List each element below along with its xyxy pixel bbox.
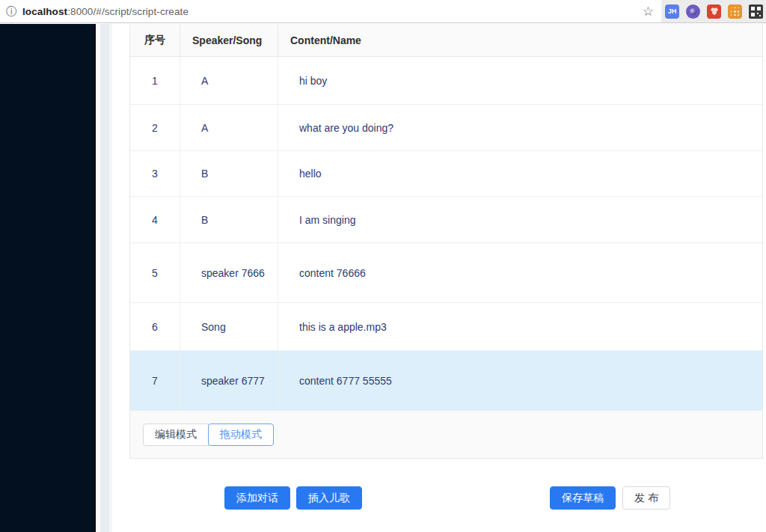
cell-speaker: speaker 7666 [180, 243, 278, 302]
jh-extension-icon[interactable]: JH [665, 4, 679, 19]
cell-index: 4 [130, 197, 180, 242]
cell-index: 1 [130, 57, 180, 104]
cell-content: content 76666 [278, 243, 762, 302]
page-info-icon[interactable]: ⓘ [6, 6, 16, 16]
table-row[interactable]: 7 speaker 6777 content 6777 55555 [130, 351, 762, 411]
cell-speaker: Song [180, 303, 278, 350]
screen: ⓘ localhost:8000/#/script/script-create … [0, 0, 766, 532]
edit-mode-button[interactable]: 编辑模式 [143, 424, 209, 446]
add-dialog-button[interactable]: 添加对话 [224, 486, 290, 510]
column-header-speaker: Speaker/Song [180, 24, 278, 56]
orange-dots-extension-icon[interactable] [728, 4, 742, 19]
cell-content: hi boy [278, 57, 762, 104]
cell-content: I am singing [278, 197, 762, 242]
red-extension-icon[interactable] [707, 4, 721, 19]
cell-speaker: B [180, 151, 278, 196]
cell-index: 2 [130, 105, 180, 150]
table-row[interactable]: 4 B I am singing [130, 197, 762, 243]
browser-address-bar: ⓘ localhost:8000/#/script/script-create … [0, 0, 766, 23]
table-row[interactable]: 2 A what are you doing? [130, 105, 762, 151]
qr-code-extension-icon[interactable] [749, 4, 763, 19]
table-footer: 编辑模式 拖动模式 [130, 411, 762, 458]
bookmark-star-icon[interactable]: ☆ [643, 4, 654, 19]
table-row[interactable]: 3 B hello [130, 151, 762, 197]
url-text[interactable]: localhost:8000/#/script/script-create [22, 6, 637, 17]
cell-index: 6 [130, 303, 180, 350]
url-host: localhost [22, 6, 67, 17]
insert-song-button[interactable]: 插入儿歌 [296, 486, 362, 510]
cell-index: 7 [130, 351, 180, 410]
drag-mode-button[interactable]: 拖动模式 [208, 424, 274, 446]
save-draft-button[interactable]: 保存草稿 [550, 486, 616, 510]
column-header-index: 序号 [130, 24, 180, 56]
publish-button[interactable]: 发 布 [622, 486, 670, 510]
sidebar-collapsed [0, 24, 96, 532]
cell-content: content 6777 55555 [278, 351, 762, 410]
cell-speaker: A [180, 105, 278, 150]
table-body: 1 A hi boy 2 A what are you doing? 3 B h… [130, 57, 762, 411]
url-field[interactable]: ⓘ localhost:8000/#/script/script-create … [0, 0, 661, 22]
column-header-content: Content/Name [278, 24, 762, 56]
table-row[interactable]: 6 Song this is a apple.mp3 [130, 303, 762, 351]
cell-speaker: A [180, 57, 278, 104]
cell-content: this is a apple.mp3 [278, 303, 762, 350]
right-action-group: 保存草稿 发 布 [550, 486, 670, 510]
table-row[interactable]: 5 speaker 7666 content 76666 [130, 243, 762, 303]
sidebar-scrollbar[interactable] [97, 24, 112, 532]
left-action-group: 添加对话 插入儿歌 [224, 486, 362, 510]
url-path: :8000/#/script/script-create [67, 6, 189, 17]
cell-speaker: speaker 6777 [180, 351, 278, 410]
cell-index: 5 [130, 243, 180, 302]
table-header-row: 序号 Speaker/Song Content/Name [130, 24, 762, 57]
script-table: 序号 Speaker/Song Content/Name 1 A hi boy … [129, 24, 763, 459]
cell-content: what are you doing? [278, 105, 762, 150]
extension-toolbar: JH [661, 0, 766, 22]
table-row[interactable]: 1 A hi boy [130, 57, 762, 105]
cell-speaker: B [180, 197, 278, 242]
cell-index: 3 [130, 151, 180, 196]
purple-circle-extension-icon[interactable] [686, 4, 700, 19]
cell-content: hello [278, 151, 762, 196]
